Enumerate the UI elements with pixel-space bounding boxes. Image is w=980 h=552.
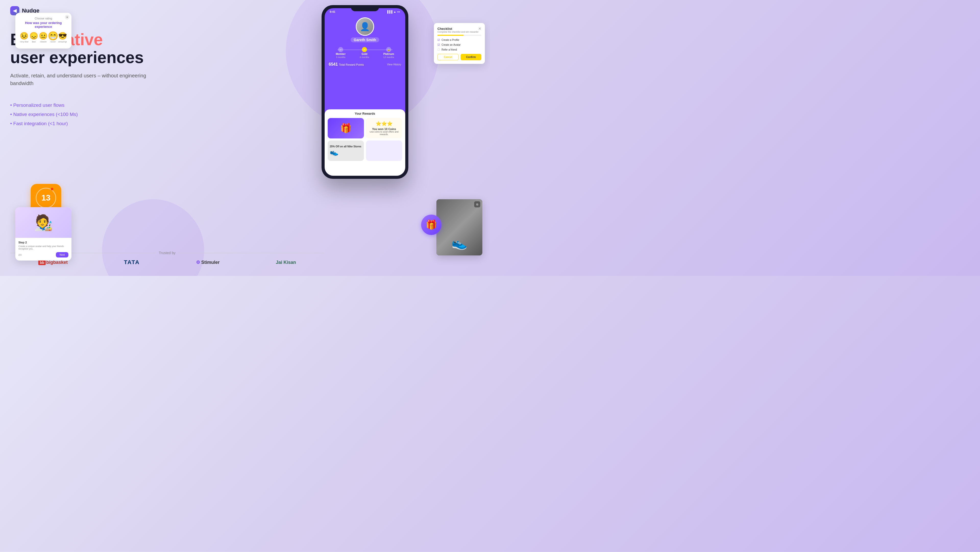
video-icon: ⧉	[474, 201, 480, 207]
next-button[interactable]: Next	[56, 252, 68, 257]
tier-label-gold: Gold	[362, 53, 368, 56]
timer-circle: 13	[36, 188, 56, 208]
emoji-amazing-label: Amazing!	[58, 41, 67, 43]
check-icon-3: ☐	[438, 48, 440, 51]
gift-card-overlay: 🎁	[421, 215, 442, 235]
feature-1: Personalized user flows	[10, 102, 158, 108]
rewards-grid: 🎁 ⭐⭐⭐ You won 10 Coins Use coins to avai…	[328, 118, 402, 161]
reward-points-row: 6541 Total Reward Points View History	[325, 61, 405, 68]
coins-stars-icon: ⭐⭐⭐	[375, 121, 393, 126]
checklist-item-2: ☑ Create an Avatar	[438, 43, 481, 46]
emoji-very-bad[interactable]: 😣 Very Bad	[20, 32, 29, 43]
emoji-very-bad-label: Very Bad	[20, 41, 28, 43]
profile-name: Gareth Smith	[351, 37, 379, 42]
onboarding-step: Step 2	[18, 241, 68, 244]
checklist-card: Checklist ✕ Complete the checklist and w…	[434, 23, 485, 64]
rating-card-title: Choose rating	[19, 17, 67, 20]
cancel-button[interactable]: Cancel	[438, 54, 458, 60]
nike-shoe-icon: 👟	[330, 148, 339, 156]
reward-empty-card	[366, 140, 402, 161]
checklist-progress-fill	[438, 35, 464, 36]
timer-dot	[51, 188, 53, 190]
video-background: 👟 ▶ ⧉	[436, 199, 482, 255]
emoji-very-bad-icon: 😣	[20, 32, 29, 40]
profile-area: 👤 Gareth Smith	[325, 13, 405, 45]
rating-close-button[interactable]: ✕	[65, 15, 69, 19]
logo-stimuler: ⚙ Stimuler	[196, 260, 220, 265]
coins-subtitle: Use coins to avail offers and rewards.	[369, 131, 400, 136]
avatar: 👤	[356, 18, 374, 36]
reward-coins-card: ⭐⭐⭐ You won 10 Coins Use coins to avail …	[366, 118, 402, 139]
tiers-row: ✓ Member 3 months ✓ Gold 6 months 🔒 Plat…	[325, 45, 405, 61]
rating-card-question: How was your ordering experience	[19, 21, 67, 29]
checklist-title: Checklist	[438, 27, 452, 31]
emoji-bad-label: Bad	[32, 41, 35, 43]
checklist-item-1-label: Create a Profile	[442, 38, 459, 41]
reward-gift-card: 🎁	[328, 118, 364, 139]
checklist-item-1: ☑ Create a Profile	[438, 38, 481, 41]
tier-months-platinum: 12 months	[383, 56, 394, 59]
timer-number: 13	[41, 193, 51, 203]
emoji-good-icon: 😁	[48, 31, 59, 41]
emoji-bad-icon: 😞	[29, 32, 38, 40]
onboarding-card: 🧑‍🎨 Step 2 Create a unique avatar and he…	[15, 207, 72, 260]
emoji-okay[interactable]: 😐 Okaish	[39, 32, 48, 43]
phone-notch	[351, 5, 379, 11]
feature-3: Fast integration (<1 hour)	[10, 121, 158, 126]
checklist-buttons: Cancel Confirm	[438, 54, 481, 60]
points-info: 6541 Total Reward Points	[329, 62, 364, 67]
confirm-button[interactable]: Confirm	[461, 54, 481, 60]
coins-title: You won 10 Coins	[372, 128, 396, 131]
tier-months-gold: 6 months	[360, 56, 369, 59]
emoji-good[interactable]: 😁 Good	[48, 32, 57, 43]
points-number: 6541	[329, 62, 338, 66]
tier-label-platinum: Platinum	[383, 53, 394, 56]
tier-label-member: Member	[336, 53, 345, 56]
onboarding-body: Step 2 Create a unique avatar and help y…	[15, 238, 72, 260]
video-content: 👟	[436, 199, 482, 255]
reward-nike-card: 25% Off on all Nike Stores 👟	[328, 140, 364, 161]
view-history-link[interactable]: View History	[387, 63, 401, 66]
tier-member: ✓ Member 3 months	[336, 47, 345, 59]
video-card: 👟 ▶ ⧉	[436, 199, 482, 255]
rewards-section: Your Rewards 🎁 ⭐⭐⭐ You won 10 Coins Use …	[325, 109, 405, 176]
status-time: 9:41	[330, 10, 335, 13]
tier-months-member: 3 months	[336, 56, 345, 59]
onboarding-progress: 2/4	[18, 254, 22, 256]
emoji-row: 😣 Very Bad 😞 Bad 😐 Okaish 😁 Good 😎 Amazi…	[19, 32, 67, 43]
tier-gold: ✓ Gold 6 months	[360, 47, 369, 59]
checklist-item-3: ☐ Refer a friend	[438, 48, 481, 51]
checklist-close-button[interactable]: ✕	[478, 27, 481, 31]
onboarding-footer: 2/4 Next	[18, 252, 68, 257]
logo-tata: TATA	[124, 259, 140, 266]
emoji-okay-icon: 😐	[39, 32, 48, 40]
emoji-amazing[interactable]: 😎 Amazing!	[58, 32, 67, 43]
battery-icon: ▪▪▪	[397, 10, 400, 13]
checklist-subtitle: Complete the checklist and win rewards!	[438, 31, 481, 33]
checklist-item-2-label: Create an Avatar	[442, 43, 461, 46]
phone-mockup: 9:41 ▐▐▐ ▲ ▪▪▪ 👤 Gareth Smith ✓ Member 3…	[321, 5, 408, 179]
checklist-item-3-label: Refer a friend	[442, 48, 457, 51]
feature-2: Native experiences (<100 Ms)	[10, 112, 158, 117]
emoji-good-label: Good	[51, 41, 56, 43]
shoe-illustration: 👟	[452, 236, 467, 250]
wifi-icon: ▲	[393, 10, 396, 13]
emoji-okay-label: Okaish	[40, 41, 47, 43]
subheadline: Activate, retain, and understand users –…	[10, 72, 158, 87]
phone-screen: 9:41 ▐▐▐ ▲ ▪▪▪ 👤 Gareth Smith ✓ Member 3…	[325, 8, 405, 176]
check-icon-2: ☑	[438, 43, 440, 46]
tier-platinum: 🔒 Platinum 12 months	[383, 47, 394, 59]
emoji-bad[interactable]: 😞 Bad	[29, 32, 38, 43]
nike-title: 25% Off on all Nike Stores	[330, 145, 361, 148]
onboarding-description: Create a unique avatar and help your fri…	[18, 245, 68, 250]
headline-rest: user experiences	[10, 48, 144, 67]
check-icon-1: ☑	[438, 38, 440, 41]
onboarding-illustration: 🧑‍🎨	[15, 207, 72, 238]
status-icons: ▐▐▐ ▲ ▪▪▪	[387, 10, 400, 13]
features-list: Personalized user flows Native experienc…	[10, 102, 158, 126]
tier-line	[337, 49, 393, 50]
gift-icon-1: 🎁	[340, 123, 352, 134]
emoji-amazing-icon: 😎	[58, 32, 67, 40]
phone-frame: 9:41 ▐▐▐ ▲ ▪▪▪ 👤 Gareth Smith ✓ Member 3…	[321, 5, 408, 179]
checklist-progress-bar	[438, 35, 481, 36]
